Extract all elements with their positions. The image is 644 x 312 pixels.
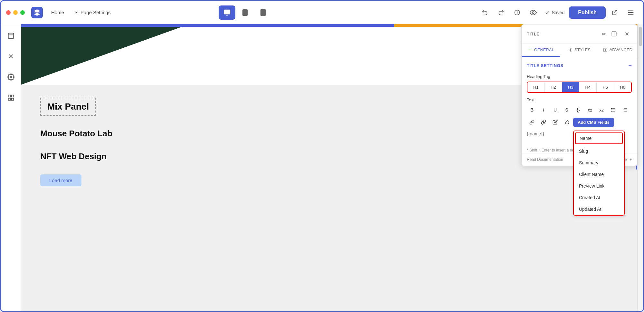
svg-point-14 bbox=[10, 76, 12, 78]
vertical-scrollbar[interactable] bbox=[637, 24, 643, 311]
panel-split-button[interactable] bbox=[609, 29, 619, 39]
mobile-view-button[interactable] bbox=[255, 5, 271, 20]
canvas: Mix Panel Mouse Potato Lab NFT Web Desig… bbox=[21, 24, 643, 311]
panel-header: TITLE ✏ bbox=[522, 24, 637, 44]
superscript-button[interactable]: x2 bbox=[585, 105, 595, 115]
bold-button[interactable]: B bbox=[527, 105, 537, 115]
undo-button[interactable] bbox=[478, 5, 492, 20]
heading-h6-button[interactable]: H6 bbox=[614, 82, 631, 92]
link-button[interactable] bbox=[527, 117, 537, 127]
heading-tag-selector: H1 H2 H3 H4 H5 H6 bbox=[527, 82, 632, 93]
tab-styles[interactable]: STYLES bbox=[560, 44, 598, 57]
svg-rect-0 bbox=[224, 10, 230, 14]
italic-button[interactable]: I bbox=[538, 105, 549, 115]
svg-point-2 bbox=[245, 14, 246, 15]
heading-h4-button[interactable]: H4 bbox=[579, 82, 597, 92]
panel-content: TITLE SETTINGS − Heading Tag H1 H2 H3 H4… bbox=[522, 57, 637, 146]
svg-rect-18 bbox=[11, 98, 13, 100]
heading-h3-button[interactable]: H3 bbox=[562, 82, 580, 92]
home-label: Home bbox=[51, 10, 64, 15]
section-header: TITLE SETTINGS − bbox=[527, 62, 632, 69]
section-collapse-button[interactable]: − bbox=[628, 62, 632, 69]
page-settings-nav[interactable]: ✂ Page Settings bbox=[71, 8, 114, 17]
tab-general[interactable]: GENERAL bbox=[522, 44, 560, 57]
preview-button[interactable] bbox=[526, 5, 540, 20]
unordered-list-button[interactable] bbox=[608, 105, 618, 115]
edit-pen-button[interactable] bbox=[550, 117, 560, 127]
strikethrough-button[interactable]: S bbox=[562, 105, 572, 115]
unlink-button[interactable] bbox=[538, 117, 549, 127]
close-window-button[interactable] bbox=[6, 10, 11, 15]
cms-item-name[interactable]: Name bbox=[575, 132, 623, 144]
cms-item-client-name[interactable]: Client Name bbox=[574, 169, 624, 180]
underline-button[interactable]: U bbox=[550, 105, 560, 115]
text-label: Text bbox=[527, 97, 632, 102]
sidebar-widgets-icon[interactable] bbox=[5, 91, 17, 104]
home-nav[interactable]: Home bbox=[48, 8, 67, 17]
cms-item-slug[interactable]: Slug bbox=[574, 145, 624, 157]
sidebar-settings-icon[interactable] bbox=[5, 71, 17, 83]
heading-h1-button[interactable]: H1 bbox=[527, 82, 545, 92]
resize-plus[interactable]: + bbox=[630, 157, 632, 162]
cms-item-preview-link[interactable]: Preview Link bbox=[574, 180, 624, 192]
external-link-button[interactable] bbox=[608, 5, 622, 20]
page-settings-icon: ✂ bbox=[74, 10, 79, 15]
text-toolbar-row2: Add CMS Fields Name Slug bbox=[527, 117, 632, 127]
cms-item-summary[interactable]: Summary bbox=[574, 157, 624, 169]
tablet-view-button[interactable] bbox=[237, 5, 253, 20]
section-title: TITLE SETTINGS bbox=[527, 63, 564, 68]
heading-h5-button[interactable]: H5 bbox=[597, 82, 614, 92]
saved-text: Saved bbox=[552, 10, 565, 15]
svg-point-4 bbox=[263, 14, 264, 15]
svg-point-33 bbox=[611, 110, 611, 110]
svg-point-27 bbox=[570, 49, 571, 51]
hamburger-menu-button[interactable] bbox=[624, 5, 638, 20]
history-button[interactable] bbox=[510, 5, 524, 20]
cms-item-created-at[interactable]: Created At bbox=[574, 192, 624, 203]
scroll-thumb[interactable] bbox=[639, 27, 642, 46]
heading-h2-button[interactable]: H2 bbox=[545, 82, 562, 92]
svg-line-7 bbox=[614, 10, 617, 13]
subscript-button[interactable]: x2 bbox=[596, 105, 607, 115]
svg-rect-16 bbox=[11, 95, 13, 97]
panel-title: TITLE bbox=[527, 32, 599, 36]
selected-title-element[interactable]: Mix Panel bbox=[40, 98, 96, 116]
tab-advanced[interactable]: ADVANCED bbox=[599, 44, 637, 57]
text-toolbar-row1: B I U S {} x2 x2 bbox=[527, 105, 632, 115]
titlebar: Home ✂ Page Settings bbox=[1, 1, 643, 24]
svg-line-38 bbox=[542, 121, 545, 124]
svg-point-34 bbox=[611, 111, 611, 111]
left-sidebar bbox=[1, 24, 21, 311]
cms-item-updated-at[interactable]: Updated At bbox=[574, 203, 624, 215]
toolbar-actions: Saved Publish bbox=[478, 5, 638, 20]
device-switcher bbox=[219, 5, 271, 20]
svg-point-32 bbox=[611, 108, 611, 109]
heading-tag-label: Heading Tag bbox=[527, 74, 632, 79]
svg-rect-17 bbox=[8, 98, 10, 100]
ordered-list-button[interactable] bbox=[620, 105, 630, 115]
triangle-dark bbox=[21, 27, 182, 85]
main-area: Mix Panel Mouse Potato Lab NFT Web Desig… bbox=[1, 24, 643, 311]
read-docs-link[interactable]: Read Documentation bbox=[527, 157, 563, 162]
panel-edit-icon[interactable]: ✏ bbox=[602, 31, 606, 37]
publish-button[interactable]: Publish bbox=[569, 6, 606, 19]
load-more-button[interactable]: Load more bbox=[40, 174, 81, 186]
minimize-window-button[interactable] bbox=[13, 10, 18, 15]
code-button[interactable]: {} bbox=[573, 105, 583, 115]
sidebar-pages-icon[interactable] bbox=[5, 29, 17, 42]
add-cms-fields-button[interactable]: Add CMS Fields bbox=[573, 118, 614, 127]
window: Home ✂ Page Settings bbox=[0, 0, 644, 312]
panel-close-button[interactable] bbox=[622, 29, 632, 39]
title-settings-panel: TITLE ✏ GENERAL bbox=[521, 24, 637, 166]
sidebar-close-icon[interactable] bbox=[5, 50, 17, 63]
tab-styles-label: STYLES bbox=[574, 47, 591, 52]
tab-general-label: GENERAL bbox=[534, 47, 554, 52]
window-controls bbox=[6, 10, 25, 15]
eraser-button[interactable] bbox=[562, 117, 572, 127]
redo-button[interactable] bbox=[494, 5, 508, 20]
page-settings-label: Page Settings bbox=[80, 10, 110, 15]
maximize-window-button[interactable] bbox=[20, 10, 25, 15]
desktop-view-button[interactable] bbox=[219, 5, 235, 20]
saved-indicator: Saved bbox=[542, 10, 567, 15]
svg-rect-15 bbox=[8, 95, 10, 97]
